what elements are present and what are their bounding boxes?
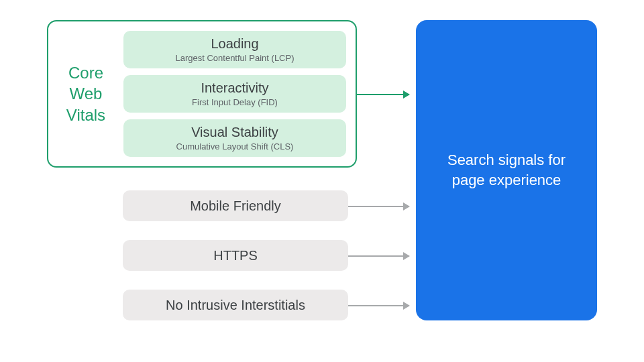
arrow-icon: [348, 206, 409, 207]
signal-no-intrusive-interstitials: No Intrusive Interstitials: [123, 290, 348, 320]
vital-interactivity: Interactivity First Input Delay (FID): [123, 75, 346, 113]
output-text: Search signals for page experience: [435, 150, 578, 190]
arrow-icon: [348, 255, 409, 257]
signal-https: HTTPS: [123, 240, 348, 271]
signal-mobile-friendly: Mobile Friendly: [123, 190, 348, 221]
vital-title: Visual Stability: [131, 125, 338, 140]
vital-subtitle: First Input Delay (FID): [131, 97, 338, 107]
core-web-vitals-list: Loading Largest Contentful Paint (LCP) I…: [123, 21, 356, 166]
core-web-vitals-box: CoreWebVitals Loading Largest Contentful…: [47, 20, 357, 168]
vital-visual-stability: Visual Stability Cumulative Layout Shift…: [123, 119, 346, 157]
output-panel: Search signals for page experience: [416, 20, 597, 320]
arrow-icon: [357, 94, 409, 95]
vital-subtitle: Cumulative Layout Shift (CLS): [131, 141, 338, 152]
core-web-vitals-label: CoreWebVitals: [48, 62, 123, 125]
arrow-icon: [348, 305, 409, 306]
vital-subtitle: Largest Contentful Paint (LCP): [131, 53, 338, 63]
vital-title: Loading: [131, 36, 338, 52]
vital-loading: Loading Largest Contentful Paint (LCP): [123, 31, 346, 68]
diagram-canvas: CoreWebVitals Loading Largest Contentful…: [0, 0, 644, 362]
vital-title: Interactivity: [131, 80, 338, 96]
